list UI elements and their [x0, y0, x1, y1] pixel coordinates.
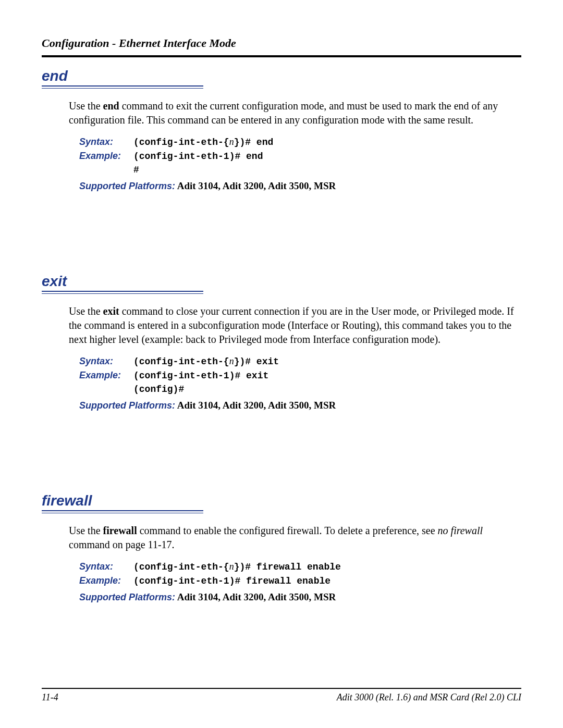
syntax-value: (config-int-eth-{n})# firewall enable	[133, 561, 341, 572]
text: Use the	[69, 305, 103, 317]
section-heading-exit: exit	[42, 273, 521, 290]
example-value: (config-int-eth-1)# firewall enable	[133, 576, 331, 586]
platforms-end: Supported Platforms: Adit 3104, Adit 320…	[79, 180, 521, 192]
example-value: (config-int-eth-1)# end	[133, 151, 263, 162]
doc-title-footer: Adit 3000 (Rel. 1.6) and MSR Card (Rel 2…	[337, 692, 521, 703]
heading-underline	[42, 291, 203, 294]
body-text-firewall: Use the firewall command to enable the c…	[69, 524, 516, 552]
text: command to close your current connection…	[69, 305, 514, 345]
syntax-block-firewall: Syntax: (config-int-eth-{n})# firewall e…	[79, 561, 521, 586]
body-text-exit: Use the exit command to close your curre…	[69, 304, 516, 347]
page-number: 11-4	[42, 692, 58, 703]
syntax-label: Syntax:	[79, 137, 133, 147]
heading-underline	[42, 85, 203, 89]
header-rule	[42, 55, 521, 57]
example-continuation: #	[79, 165, 521, 175]
page: Configuration - Ethernet Interface Mode …	[0, 0, 563, 728]
heading-underline	[42, 510, 203, 513]
syntax-block-exit: Syntax: (config-int-eth-{n})# exit Examp…	[79, 356, 521, 394]
section-gap	[42, 411, 521, 489]
text-bold: firewall	[103, 525, 137, 536]
page-footer: 11-4 Adit 3000 (Rel. 1.6) and MSR Card (…	[42, 688, 521, 703]
example-label: Example:	[79, 151, 133, 162]
text: command on page 11-17.	[69, 539, 175, 550]
syntax-row: Syntax: (config-int-eth-{n})# firewall e…	[79, 561, 521, 572]
text-bold: end	[103, 100, 119, 112]
example-row: Example: (config-int-eth-1)# end	[79, 151, 521, 162]
syntax-row: Syntax: (config-int-eth-{n})# exit	[79, 356, 521, 367]
platforms-value: Adit 3104, Adit 3200, Adit 3500, MSR	[175, 591, 336, 602]
platforms-value: Adit 3104, Adit 3200, Adit 3500, MSR	[175, 400, 336, 411]
syntax-label: Syntax:	[79, 561, 133, 572]
platforms-value: Adit 3104, Adit 3200, Adit 3500, MSR	[175, 180, 336, 191]
example-row: Example: (config-int-eth-1)# exit	[79, 370, 521, 381]
example-value: (config-int-eth-1)# exit	[133, 371, 268, 381]
text: command to enable the configured firewal…	[137, 525, 438, 536]
footer-rule	[42, 688, 521, 689]
platforms-label: Supported Platforms:	[79, 400, 175, 411]
text-italic: no firewall	[438, 525, 483, 536]
example-cont-value: (config)#	[133, 384, 184, 394]
syntax-value: (config-int-eth-{n})# exit	[133, 356, 279, 367]
section-gap	[42, 192, 521, 270]
text: Use the	[69, 525, 103, 536]
syntax-block-end: Syntax: (config-int-eth-{n})# end Exampl…	[79, 137, 521, 175]
syntax-label: Syntax:	[79, 356, 133, 367]
syntax-value: (config-int-eth-{n})# end	[133, 137, 273, 147]
example-label: Example:	[79, 575, 133, 586]
platforms-firewall: Supported Platforms: Adit 3104, Adit 320…	[79, 591, 521, 603]
section-heading-firewall: firewall	[42, 492, 521, 509]
example-row: Example: (config-int-eth-1)# firewall en…	[79, 575, 521, 586]
syntax-row: Syntax: (config-int-eth-{n})# end	[79, 137, 521, 147]
page-header-title: Configuration - Ethernet Interface Mode	[42, 36, 521, 50]
text-bold: exit	[103, 305, 119, 317]
example-cont-value: #	[133, 165, 139, 175]
text: command to exit the current configuratio…	[69, 100, 498, 126]
section-heading-end: end	[42, 68, 521, 84]
text: Use the	[69, 100, 103, 112]
example-label: Example:	[79, 370, 133, 381]
footer-line: 11-4 Adit 3000 (Rel. 1.6) and MSR Card (…	[42, 692, 521, 703]
platforms-label: Supported Platforms:	[79, 181, 175, 191]
body-text-end: Use the end command to exit the current …	[69, 99, 516, 127]
example-continuation: (config)#	[79, 384, 521, 394]
platforms-exit: Supported Platforms: Adit 3104, Adit 320…	[79, 400, 521, 411]
platforms-label: Supported Platforms:	[79, 592, 175, 602]
